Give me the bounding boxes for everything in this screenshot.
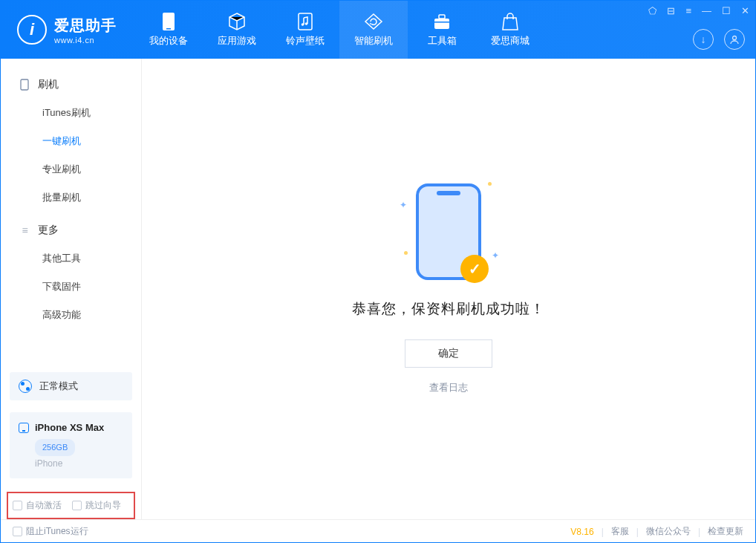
mode-status[interactable]: 正常模式 xyxy=(10,372,132,400)
footer-link-update[interactable]: 检查更新 xyxy=(708,525,743,538)
footer: 阻止iTunes运行 V8.16 | 客服 | 微信公众号 | 检查更新 xyxy=(1,519,755,543)
nav-store[interactable]: 爱思商城 xyxy=(476,1,544,59)
svg-rect-7 xyxy=(434,22,449,23)
svg-rect-1 xyxy=(166,28,171,30)
phone-illustration: ✦ ✦ ✓ xyxy=(416,183,481,280)
nav-apps[interactable]: 应用游戏 xyxy=(203,1,271,59)
bag-icon xyxy=(501,12,520,31)
top-nav: 我的设备 应用游戏 铃声壁纸 智能刷机 工具箱 爱思商城 xyxy=(134,1,544,59)
svg-point-4 xyxy=(305,22,308,25)
sparkle-icon: ✦ xyxy=(492,250,499,261)
phone-icon xyxy=(19,423,29,433)
device-icon xyxy=(159,12,178,31)
sidebar-group-flash: 刷机 xyxy=(1,72,141,99)
svg-point-3 xyxy=(302,23,304,26)
svg-rect-5 xyxy=(434,19,449,29)
svg-rect-0 xyxy=(163,13,175,30)
svg-rect-2 xyxy=(299,13,312,30)
cube-icon xyxy=(227,12,247,31)
dot-icon xyxy=(404,251,408,255)
toolbox-icon xyxy=(432,12,452,31)
phone-outline-icon xyxy=(19,79,30,91)
device-card[interactable]: iPhone XS Max 256GB iPhone xyxy=(10,412,132,478)
download-button[interactable]: ↓ xyxy=(693,29,714,50)
nav-flash[interactable]: 智能刷机 xyxy=(339,1,408,59)
checkbox-icon xyxy=(13,501,22,510)
header: i 爱思助手 www.i4.cn 我的设备 应用游戏 铃声壁纸 智能刷机 工具箱 xyxy=(1,1,755,59)
nav-ringtones[interactable]: 铃声壁纸 xyxy=(271,1,339,59)
ok-button[interactable]: 确定 xyxy=(405,339,492,368)
refresh-icon xyxy=(364,12,383,31)
dot-icon xyxy=(488,182,492,186)
logo[interactable]: i 爱思助手 www.i4.cn xyxy=(1,1,130,59)
footer-link-wechat[interactable]: 微信公众号 xyxy=(646,525,691,538)
mode-icon xyxy=(19,380,32,393)
sidebar-item-advanced[interactable]: 高级功能 xyxy=(1,301,141,329)
sparkle-icon: ✦ xyxy=(400,200,407,210)
checkbox-skip-guide[interactable]: 跳过向导 xyxy=(72,499,121,512)
account-button[interactable] xyxy=(724,29,745,50)
app-title: 爱思助手 xyxy=(54,16,117,36)
music-icon xyxy=(296,12,315,31)
version-label: V8.16 xyxy=(570,527,593,537)
window-controls: ⬠ ⊟ ≡ — ☐ ✕ xyxy=(648,5,749,16)
menu-icon[interactable]: ≡ xyxy=(685,5,691,16)
sidebar-group-more: ≡ 更多 xyxy=(1,218,141,244)
feedback-icon[interactable]: ⊟ xyxy=(667,5,675,16)
checkbox-auto-activate[interactable]: 自动激活 xyxy=(13,499,62,512)
svg-rect-6 xyxy=(439,15,445,19)
highlighted-options: 自动激活 跳过向导 xyxy=(7,492,135,519)
svg-rect-9 xyxy=(21,79,28,90)
success-check-icon: ✓ xyxy=(460,255,489,283)
shirt-icon[interactable]: ⬠ xyxy=(648,5,656,16)
sidebar-item-batch-flash[interactable]: 批量刷机 xyxy=(1,183,141,212)
maximize-button[interactable]: ☐ xyxy=(722,5,731,16)
sidebar-item-pro-flash[interactable]: 专业刷机 xyxy=(1,155,141,183)
minimize-button[interactable]: — xyxy=(702,5,711,16)
device-name: iPhone XS Max xyxy=(35,420,104,436)
checkbox-block-itunes[interactable]: 阻止iTunes运行 xyxy=(13,525,88,538)
sidebar-item-other-tools[interactable]: 其他工具 xyxy=(1,244,141,273)
device-capacity: 256GB xyxy=(35,439,75,456)
main-content: ✦ ✦ ✓ 恭喜您，保资料刷机成功啦！ 确定 查看日志 xyxy=(142,59,755,519)
more-icon: ≡ xyxy=(19,224,30,236)
app-subtitle: www.i4.cn xyxy=(54,36,117,45)
close-button[interactable]: ✕ xyxy=(741,5,749,16)
sidebar-item-oneclick-flash[interactable]: 一键刷机 xyxy=(1,127,141,155)
nav-my-device[interactable]: 我的设备 xyxy=(134,1,203,59)
checkbox-icon xyxy=(13,527,22,536)
success-message: 恭喜您，保资料刷机成功啦！ xyxy=(352,299,545,319)
sidebar-item-itunes-flash[interactable]: iTunes刷机 xyxy=(1,99,141,127)
view-log-link[interactable]: 查看日志 xyxy=(429,381,468,394)
mode-label: 正常模式 xyxy=(39,380,78,393)
checkbox-icon xyxy=(72,501,82,510)
svg-point-8 xyxy=(733,36,737,40)
nav-toolbox[interactable]: 工具箱 xyxy=(408,1,476,59)
logo-icon: i xyxy=(17,15,47,45)
sidebar: 刷机 iTunes刷机 一键刷机 专业刷机 批量刷机 ≡ 更多 其他工具 下载固… xyxy=(1,59,142,519)
sidebar-item-download-firmware[interactable]: 下载固件 xyxy=(1,273,141,301)
footer-link-service[interactable]: 客服 xyxy=(611,525,629,538)
device-type: iPhone xyxy=(35,456,123,471)
